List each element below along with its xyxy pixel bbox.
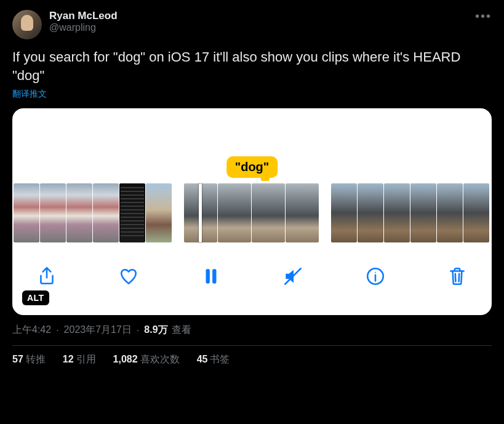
clip-thumbnail[interactable] <box>463 183 489 242</box>
display-name[interactable]: Ryan McLeod <box>49 10 118 22</box>
clip-thumbnail[interactable] <box>286 183 319 242</box>
alt-badge[interactable]: ALT <box>22 290 49 305</box>
clip-thumbnail[interactable] <box>119 183 145 242</box>
quotes-label: 引用 <box>76 354 96 364</box>
media-controls <box>12 255 492 298</box>
clip-thumbnail[interactable] <box>218 183 251 242</box>
translate-link[interactable]: 翻译推文 <box>12 89 47 100</box>
avatar[interactable] <box>12 10 42 39</box>
more-icon[interactable]: ••• <box>475 10 492 22</box>
trash-icon[interactable] <box>445 264 470 289</box>
tweet-header: Ryan McLeod @warpling ••• <box>12 10 492 39</box>
bookmarks-stat[interactable]: 45书签 <box>197 353 230 366</box>
retweets-stat[interactable]: 57转推 <box>12 353 46 366</box>
bookmarks-label: 书签 <box>210 354 230 364</box>
quotes-stat[interactable]: 12引用 <box>63 353 96 366</box>
user-handle[interactable]: @warpling <box>49 22 118 33</box>
retweets-label: 转推 <box>26 354 46 364</box>
views-count[interactable]: 8.9万 <box>144 324 167 337</box>
pause-icon[interactable] <box>199 264 223 289</box>
info-icon[interactable] <box>363 264 388 289</box>
clip-thumbnail[interactable] <box>252 183 285 242</box>
views-label: 查看 <box>172 324 191 337</box>
separator: · <box>137 325 139 336</box>
divider <box>12 345 492 346</box>
clip-thumbnail[interactable] <box>40 183 66 242</box>
clip-thumbnail[interactable] <box>14 183 39 242</box>
clip-group-1[interactable] <box>14 183 172 242</box>
share-icon[interactable] <box>34 264 59 289</box>
clip-thumbnail[interactable] <box>146 183 172 242</box>
mute-icon[interactable] <box>281 264 305 289</box>
likes-label: 喜欢次数 <box>140 354 180 364</box>
clip-thumbnail[interactable] <box>331 183 357 242</box>
search-term-tooltip: "dog" <box>226 156 278 178</box>
likes-stat[interactable]: 1,082喜欢次数 <box>113 353 180 366</box>
playhead[interactable] <box>199 183 202 242</box>
clip-group-2[interactable] <box>184 183 319 242</box>
clip-group-3[interactable] <box>331 183 489 242</box>
tooltip-caret <box>261 177 270 181</box>
tweet-date[interactable]: 2023年7月17日 <box>64 324 132 337</box>
heart-icon[interactable] <box>116 264 141 289</box>
svg-point-5 <box>375 272 376 273</box>
user-info: Ryan McLeod @warpling <box>49 10 118 33</box>
clip-thumbnail[interactable] <box>437 183 463 242</box>
svg-rect-1 <box>212 270 216 284</box>
tweet-container: Ryan McLeod @warpling ••• If you search … <box>0 0 504 376</box>
video-timeline[interactable] <box>12 183 492 242</box>
retweets-count: 57 <box>12 354 23 364</box>
tweet-text: If you search for "dog" on iOS 17 it'll … <box>12 48 492 84</box>
svg-line-7 <box>459 274 460 282</box>
tweet-time[interactable]: 上午4:42 <box>12 324 51 337</box>
stats-row: 57转推 12引用 1,082喜欢次数 45书签 <box>12 353 492 366</box>
clip-thumbnail[interactable] <box>93 183 119 242</box>
separator: · <box>56 325 58 336</box>
svg-line-6 <box>455 274 456 282</box>
tweet-meta: 上午4:42 · 2023年7月17日 · 8.9万 查看 <box>12 324 492 337</box>
bookmarks-count: 45 <box>197 354 208 364</box>
clip-thumbnail[interactable] <box>66 183 92 242</box>
media-card[interactable]: "dog" <box>12 108 492 315</box>
svg-rect-0 <box>206 270 209 284</box>
clip-thumbnail[interactable] <box>358 183 383 242</box>
clip-thumbnail[interactable] <box>410 183 436 242</box>
likes-count: 1,082 <box>113 354 138 364</box>
clip-thumbnail[interactable] <box>384 183 410 242</box>
quotes-count: 12 <box>63 354 74 364</box>
